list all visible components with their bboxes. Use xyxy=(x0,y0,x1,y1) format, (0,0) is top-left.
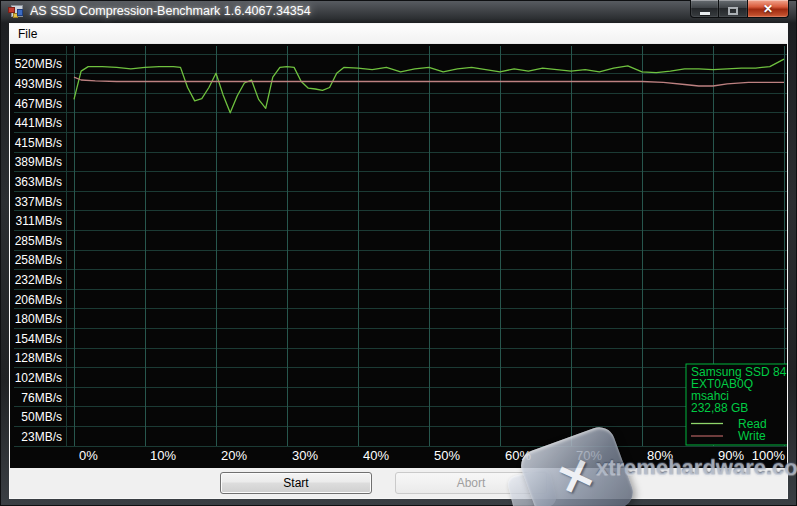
maximize-icon xyxy=(728,7,738,15)
svg-text:76MB/s: 76MB/s xyxy=(21,391,62,405)
svg-text:23MB/s: 23MB/s xyxy=(21,430,62,444)
svg-text:40%: 40% xyxy=(363,448,389,463)
client-area: File 520MB/s493MB/s467MB/s441MB/s415MB/s… xyxy=(9,23,788,499)
window-controls: ✕ xyxy=(690,0,789,18)
svg-text:Write: Write xyxy=(738,429,766,443)
window-title: AS SSD Compression-Benchmark 1.6.4067.34… xyxy=(30,4,311,18)
svg-text:520MB/s: 520MB/s xyxy=(15,57,62,71)
menu-item-file[interactable]: File xyxy=(10,25,45,43)
svg-text:70%: 70% xyxy=(576,448,602,463)
compression-benchmark-chart: 520MB/s493MB/s467MB/s441MB/s415MB/s389MB… xyxy=(10,44,787,468)
svg-text:180MB/s: 180MB/s xyxy=(15,312,62,326)
svg-text:100%: 100% xyxy=(752,448,786,463)
minimize-button[interactable] xyxy=(690,0,719,18)
svg-text:90%: 90% xyxy=(718,448,744,463)
abort-button[interactable]: Abort xyxy=(395,472,547,494)
close-button[interactable]: ✕ xyxy=(747,0,789,18)
svg-text:10%: 10% xyxy=(150,448,176,463)
minimize-icon xyxy=(700,12,710,15)
svg-text:232,88 GB: 232,88 GB xyxy=(691,401,748,415)
svg-text:441MB/s: 441MB/s xyxy=(15,116,62,130)
svg-text:285MB/s: 285MB/s xyxy=(15,234,62,248)
svg-text:154MB/s: 154MB/s xyxy=(15,332,62,346)
start-button[interactable]: Start xyxy=(220,472,372,494)
svg-text:50%: 50% xyxy=(434,448,460,463)
svg-text:80%: 80% xyxy=(647,448,673,463)
title-bar[interactable]: AS SSD Compression-Benchmark 1.6.4067.34… xyxy=(0,0,797,23)
menu-bar: File xyxy=(10,24,787,44)
svg-text:0%: 0% xyxy=(79,448,98,463)
app-icon xyxy=(8,4,24,19)
svg-text:493MB/s: 493MB/s xyxy=(15,77,62,91)
chart-legend: Samsung SSD 840EXT0AB0Qmsahci232,88 GBRe… xyxy=(686,364,787,445)
svg-text:30%: 30% xyxy=(292,448,318,463)
maximize-button[interactable] xyxy=(719,0,747,18)
svg-text:20%: 20% xyxy=(221,448,247,463)
chart-canvas: 520MB/s493MB/s467MB/s441MB/s415MB/s389MB… xyxy=(10,44,787,468)
svg-text:102MB/s: 102MB/s xyxy=(15,371,62,385)
button-panel: Start Abort xyxy=(10,468,787,498)
svg-text:389MB/s: 389MB/s xyxy=(15,155,62,169)
svg-text:337MB/s: 337MB/s xyxy=(15,195,62,209)
svg-text:467MB/s: 467MB/s xyxy=(15,97,62,111)
svg-text:258MB/s: 258MB/s xyxy=(15,253,62,267)
svg-text:232MB/s: 232MB/s xyxy=(15,273,62,287)
svg-text:415MB/s: 415MB/s xyxy=(15,136,62,150)
svg-text:206MB/s: 206MB/s xyxy=(15,293,62,307)
app-window: AS SSD Compression-Benchmark 1.6.4067.34… xyxy=(0,0,797,506)
svg-text:60%: 60% xyxy=(505,448,531,463)
svg-text:128MB/s: 128MB/s xyxy=(15,351,62,365)
svg-text:311MB/s: 311MB/s xyxy=(16,214,62,228)
svg-text:363MB/s: 363MB/s xyxy=(15,175,62,189)
svg-text:50MB/s: 50MB/s xyxy=(21,410,62,424)
